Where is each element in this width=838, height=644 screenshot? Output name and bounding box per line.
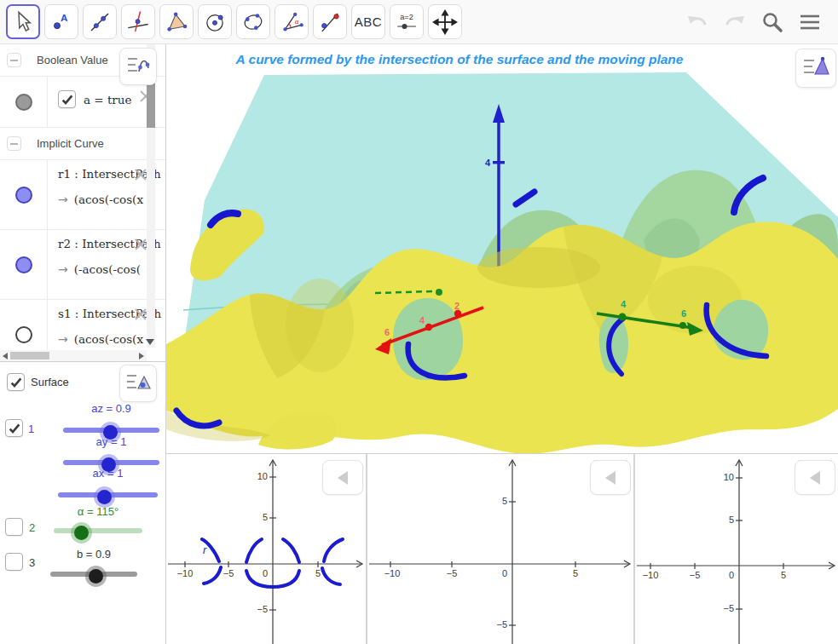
surface-plot: 6 4 2 4 6 4 xyxy=(166,44,838,453)
cursor-icon xyxy=(10,9,36,35)
circle-icon xyxy=(202,9,228,35)
text-tool-button[interactable]: ABC xyxy=(351,4,385,39)
polygon-tool-button[interactable] xyxy=(159,4,194,39)
section-title: Implicit Curve xyxy=(37,137,104,150)
polygon-icon xyxy=(164,9,189,35)
geogebra-window: A α ABC a=2 xyxy=(0,0,838,644)
scrollbar-thumb[interactable] xyxy=(10,352,49,359)
controls-panel: Surface 1 az = 0.9 ay = 1 ax = 1 2 α = 1… xyxy=(0,362,165,643)
point-tool-button[interactable]: A xyxy=(44,4,78,39)
angle-icon: α xyxy=(279,9,304,35)
surface-label: Surface xyxy=(31,376,69,388)
slider-ax[interactable] xyxy=(58,492,158,497)
curve-label-r: r xyxy=(203,543,206,556)
toolbar: A α ABC a=2 xyxy=(0,0,838,44)
slider-az-label: az = 0.9 xyxy=(63,402,159,415)
graphics-3d-view[interactable]: A curve formed by the intersection of th… xyxy=(166,44,838,453)
circle-tool-button[interactable] xyxy=(198,4,232,39)
svg-text:a=2: a=2 xyxy=(400,12,413,20)
graphics-style-icon xyxy=(124,368,152,399)
checkbox-3[interactable] xyxy=(5,553,23,571)
perpendicular-line-icon xyxy=(125,9,151,35)
line-tool-button[interactable] xyxy=(83,4,117,39)
definition-text: a = true xyxy=(84,93,132,106)
section-title: Boolean Value xyxy=(37,54,108,66)
visibility-toggle[interactable] xyxy=(0,230,48,299)
section-implicit-curve: Implicit Curve xyxy=(0,128,165,160)
reflect-tool-button[interactable] xyxy=(313,4,347,39)
checkbox-2[interactable] xyxy=(5,518,23,536)
collapse-section-icon[interactable] xyxy=(7,53,21,67)
svg-text:α: α xyxy=(294,17,299,25)
formula-text: (acos(-cos(x xyxy=(74,193,143,206)
view3d-title: A curve formed by the intersection of th… xyxy=(166,52,753,67)
sidebar: Boolean Value a = true Implicit Curve xyxy=(0,44,166,644)
slider-alpha-label: α = 115° xyxy=(54,505,142,518)
output-arrow: → xyxy=(58,193,68,206)
algebra-panel: Boolean Value a = true Implicit Curve xyxy=(0,44,165,362)
bottom-graphics-row: r −10 −5 0 5 10 5 −5 −10 −5 0 5 xyxy=(166,453,838,644)
slider-ax-knob[interactable] xyxy=(97,490,112,504)
surface-checkbox[interactable] xyxy=(7,373,25,391)
vertical-scrollbar[interactable] xyxy=(147,44,155,348)
checkbox-3-label: 3 xyxy=(29,556,35,569)
slider-alpha[interactable] xyxy=(54,528,142,533)
graphics-style-button[interactable] xyxy=(119,365,157,402)
boolean-checkbox[interactable] xyxy=(58,90,76,108)
slider-ay[interactable] xyxy=(63,460,159,465)
svg-text:6: 6 xyxy=(681,308,686,319)
slider-b-knob[interactable] xyxy=(89,569,103,584)
angle-tool-button[interactable]: α xyxy=(275,4,309,39)
menu-icon[interactable] xyxy=(797,9,823,35)
formula-text: (-acos(-cos( xyxy=(74,262,141,276)
slider-tool-button[interactable]: a=2 xyxy=(390,4,424,39)
triangle-left-icon xyxy=(338,471,348,485)
slider-az[interactable] xyxy=(63,428,159,433)
formula-text: (acos(-cos(x xyxy=(74,332,143,346)
svg-text:A: A xyxy=(61,12,68,23)
checkbox-1[interactable] xyxy=(5,419,23,437)
scroll-down-icon[interactable] xyxy=(146,339,154,345)
svg-text:2: 2 xyxy=(454,301,459,311)
graphics-panel-1[interactable]: r −10 −5 0 5 10 5 −5 xyxy=(166,454,366,644)
slider-b[interactable] xyxy=(50,572,137,577)
redo-button[interactable] xyxy=(722,9,748,35)
visibility-toggle[interactable] xyxy=(0,77,48,127)
svg-text:4: 4 xyxy=(419,315,425,325)
view3d-style-icon xyxy=(801,52,830,84)
graphics-panel-2[interactable]: −10 −5 0 5 5 −5 xyxy=(366,454,633,644)
text-tool-label: ABC xyxy=(355,14,382,29)
slider-b-label: b = 0.9 xyxy=(50,548,137,561)
slider-ax-label: ax = 1 xyxy=(58,467,158,480)
algebra-style-button[interactable] xyxy=(119,48,157,85)
move-tool-button[interactable] xyxy=(6,4,40,39)
horizontal-scrollbar[interactable] xyxy=(0,350,147,361)
perpendicular-line-tool-button[interactable] xyxy=(121,4,155,39)
visibility-toggle[interactable] xyxy=(0,160,48,229)
search-icon[interactable] xyxy=(760,9,785,35)
slider-tool-icon: a=2 xyxy=(394,9,419,35)
view3d-style-button[interactable] xyxy=(795,49,836,88)
point-icon: A xyxy=(49,9,74,35)
scroll-left-icon[interactable] xyxy=(3,353,8,359)
conic-tool-button[interactable] xyxy=(236,4,270,39)
collapse-section-icon[interactable] xyxy=(7,136,21,151)
conic-icon xyxy=(240,9,266,35)
toolbar-right xyxy=(685,9,838,35)
svg-text:6: 6 xyxy=(384,327,390,337)
slider-ay-label: ay = 1 xyxy=(63,435,159,448)
scroll-right-icon[interactable] xyxy=(139,353,144,359)
checkbox-1-label: 1 xyxy=(28,423,34,435)
output-arrow: → xyxy=(58,332,68,346)
output-arrow: → xyxy=(58,262,68,276)
collapse-panel-button[interactable] xyxy=(795,460,835,495)
slider-alpha-knob[interactable] xyxy=(74,526,89,540)
graphics-panel-3[interactable]: −10 −5 0 5 10 5 −5 xyxy=(633,454,838,644)
move-view-tool-button[interactable] xyxy=(428,4,462,39)
svg-text:4: 4 xyxy=(485,158,491,168)
collapse-panel-button[interactable] xyxy=(590,460,631,495)
line-icon xyxy=(87,9,113,35)
collapse-panel-button[interactable] xyxy=(322,460,363,495)
triangle-left-icon xyxy=(810,471,820,485)
undo-button[interactable] xyxy=(685,9,710,35)
